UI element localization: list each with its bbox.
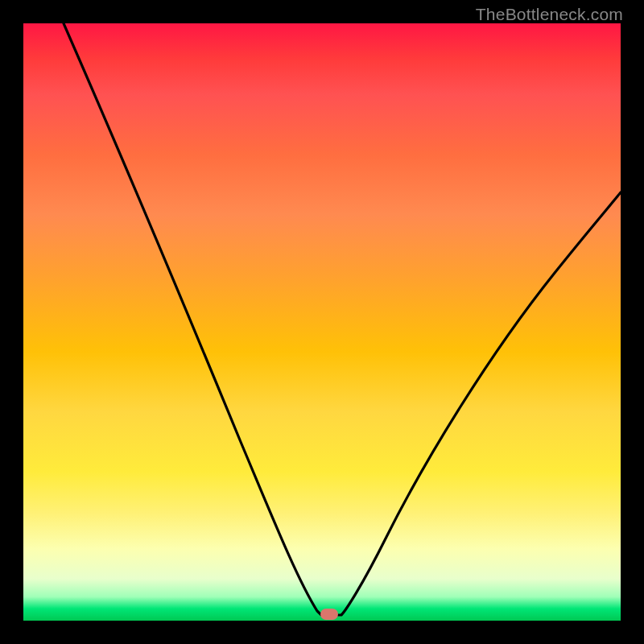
curve-path: [64, 23, 621, 615]
bottleneck-curve: [23, 23, 621, 621]
chart-container: TheBottleneck.com: [0, 0, 644, 644]
watermark-text: TheBottleneck.com: [476, 5, 623, 24]
optimal-point-marker: [320, 609, 338, 620]
